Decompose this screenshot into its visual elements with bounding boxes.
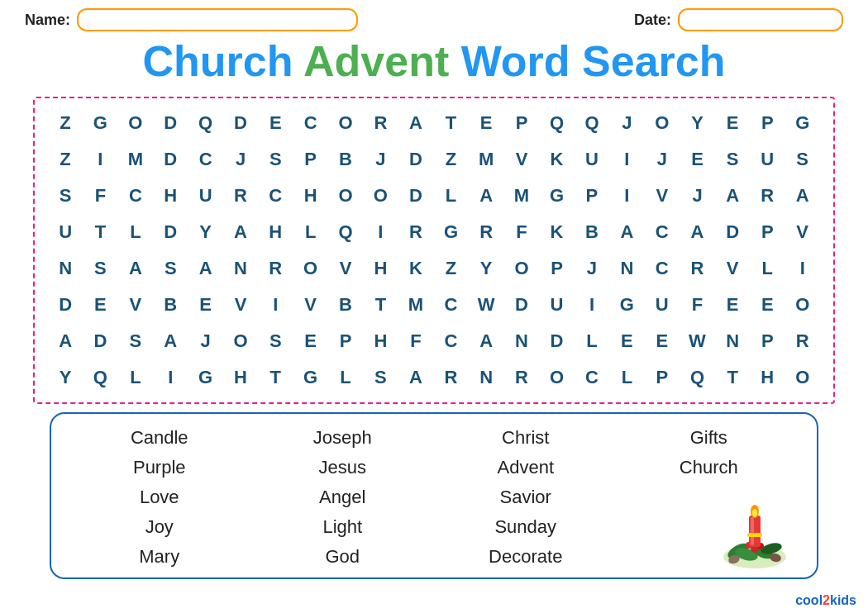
word-list-container: CandleJosephChristGiftsPurpleJesusAdvent…: [50, 412, 818, 579]
date-input[interactable]: [678, 8, 843, 31]
grid-cell: R: [750, 178, 785, 214]
grid-cell: J: [363, 141, 398, 178]
grid-cell: Q: [539, 105, 574, 141]
grid-cell: D: [48, 287, 83, 323]
grid-cell: K: [398, 250, 434, 287]
grid-cell: B: [328, 141, 363, 178]
grid-cell: O: [363, 178, 398, 214]
svg-point-11: [752, 509, 757, 517]
grid-cell: P: [539, 250, 574, 287]
grid-cell: K: [539, 214, 574, 250]
grid-row: ZIMDCJSPBJDZMVKUIJESUS: [48, 141, 820, 178]
grid-cell: G: [293, 359, 327, 396]
grid-cell: O: [645, 105, 680, 141]
grid-cell: A: [118, 250, 154, 287]
grid-cell: E: [715, 287, 750, 323]
grid-cell: M: [504, 178, 540, 214]
grid-row: SFCHURCHOODLAMGPIVJARA: [48, 178, 820, 214]
logo-kids: kids: [830, 593, 856, 607]
grid-cell: E: [680, 141, 715, 178]
grid-cell: S: [715, 141, 750, 178]
grid-cell: R: [469, 214, 504, 250]
grid-cell: O: [328, 105, 363, 141]
grid-row: ADSAJOSEPHFCANDLEEWNPR: [48, 323, 820, 359]
grid-cell: S: [83, 250, 117, 287]
grid-cell: J: [188, 323, 222, 359]
name-label: Name:: [25, 12, 70, 29]
grid-cell: E: [258, 105, 293, 141]
grid-cell: S: [118, 323, 154, 359]
word-list-item: Love: [68, 485, 251, 510]
logo-2: 2: [823, 593, 830, 607]
grid-cell: I: [83, 141, 117, 178]
grid-cell: J: [575, 250, 609, 287]
grid-cell: L: [609, 359, 644, 396]
word-list-item: Church: [618, 455, 801, 480]
grid-cell: C: [293, 105, 327, 141]
grid-cell: G: [83, 105, 117, 141]
grid-cell: D: [153, 105, 188, 141]
word-list-item: Sunday: [434, 515, 618, 539]
grid-cell: A: [469, 178, 504, 214]
word-list-item: Candle: [68, 425, 251, 450]
grid-cell: V: [328, 250, 363, 287]
grid-cell: B: [153, 287, 188, 323]
grid-cell: C: [188, 141, 222, 178]
grid-cell: Y: [469, 250, 504, 287]
grid-cell: W: [469, 287, 504, 323]
grid-cell: W: [680, 323, 715, 359]
grid-cell: C: [258, 178, 293, 214]
word-list-item: Gifts: [618, 425, 801, 450]
name-input[interactable]: [77, 8, 358, 31]
grid-cell: P: [750, 214, 785, 250]
grid-cell: S: [363, 359, 398, 396]
grid-cell: S: [258, 323, 293, 359]
grid-cell: Z: [48, 141, 83, 178]
grid-cell: Q: [328, 214, 363, 250]
grid-cell: V: [293, 287, 327, 323]
grid-cell: O: [785, 359, 820, 396]
grid-cell: E: [609, 323, 644, 359]
grid-cell: V: [504, 141, 540, 178]
grid-cell: D: [153, 141, 188, 178]
grid-cell: O: [785, 287, 820, 323]
grid-cell: U: [539, 287, 574, 323]
grid-cell: O: [328, 178, 363, 214]
grid-table: ZGODQDECORATEPQQJOYEPGZIMDCJSPBJDZMVKUIJ…: [48, 105, 820, 396]
grid-cell: N: [504, 323, 540, 359]
grid-cell: I: [258, 287, 293, 323]
grid-cell: V: [118, 287, 154, 323]
grid-cell: G: [433, 214, 468, 250]
grid-cell: U: [48, 214, 83, 250]
grid-cell: I: [609, 178, 644, 214]
word-list-item: Advent: [434, 455, 618, 480]
grid-cell: Z: [433, 250, 468, 287]
grid-cell: L: [118, 359, 154, 396]
grid-cell: V: [645, 178, 680, 214]
word-list-item: Purple: [68, 455, 251, 480]
grid-cell: H: [293, 178, 327, 214]
grid-cell: J: [645, 141, 680, 178]
title-church: Church: [142, 37, 293, 85]
grid-cell: L: [575, 323, 609, 359]
grid-cell: E: [83, 287, 117, 323]
word-list-item: Jesus: [251, 455, 435, 480]
grid-cell: K: [539, 141, 574, 178]
grid-cell: N: [223, 250, 258, 287]
grid-cell: A: [223, 214, 258, 250]
word-list-item: Savior: [434, 485, 618, 510]
grid-cell: J: [609, 105, 644, 141]
title-advent: Advent: [303, 37, 449, 85]
grid-cell: I: [785, 250, 820, 287]
grid-cell: H: [153, 178, 188, 214]
grid-cell: Z: [433, 141, 468, 178]
grid-cell: I: [575, 287, 609, 323]
grid-cell: F: [504, 214, 540, 250]
name-field-group: Name:: [25, 8, 358, 31]
grid-cell: R: [398, 214, 434, 250]
grid-cell: Q: [680, 359, 715, 396]
grid-cell: E: [469, 105, 504, 141]
date-field-group: Date:: [634, 8, 843, 31]
grid-cell: B: [328, 287, 363, 323]
grid-cell: E: [293, 323, 327, 359]
